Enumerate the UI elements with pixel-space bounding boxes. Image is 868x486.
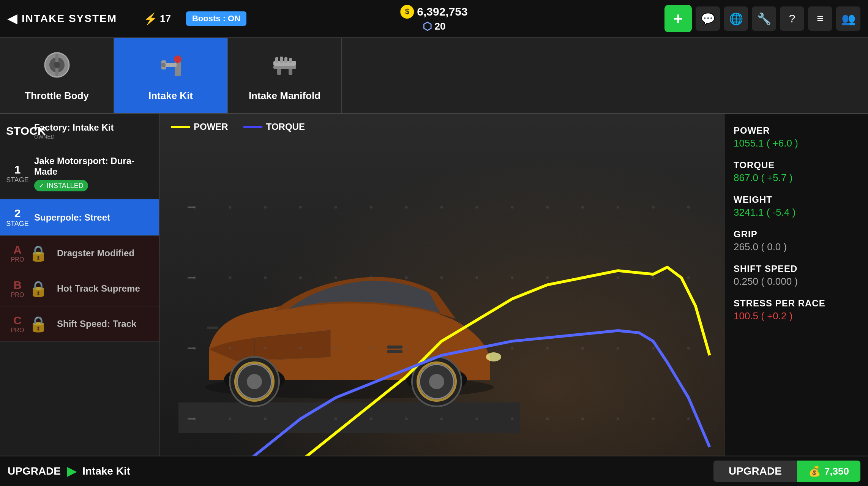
play-icon: ▶ — [67, 464, 76, 478]
svg-point-43 — [546, 206, 549, 208]
check-icon: ✓ — [39, 181, 44, 190]
power-legend-label: POWER — [194, 122, 228, 132]
pro-c-info: Shift Speed: Track — [57, 319, 153, 329]
header: ◀ INTAKE SYSTEM ⚡ 17 Boosts : ON $ 6,392… — [0, 0, 868, 38]
upgrade-stock[interactable]: STOCK Factory: Intake Kit OWNED — [0, 114, 159, 148]
stock-badge: STOCK — [6, 125, 29, 137]
svg-point-90 — [617, 417, 619, 420]
svg-point-67 — [335, 347, 337, 350]
add-button[interactable]: + — [664, 5, 692, 32]
back-button[interactable]: ◀ INTAKE SYSTEM — [8, 11, 117, 26]
upgrade-pro-b[interactable]: B PRO 🔒 Hot Track Supreme — [0, 271, 159, 306]
svg-point-46 — [652, 206, 655, 208]
svg-rect-15 — [277, 69, 281, 75]
svg-point-72 — [511, 347, 513, 350]
tab-intake-manifold[interactable]: Intake Manifold — [228, 38, 342, 113]
svg-point-91 — [652, 417, 655, 420]
shift-speed-value: 0.250 ( 0.000 ) — [734, 276, 859, 287]
stage2-num: 2 — [6, 207, 29, 220]
svg-rect-16 — [289, 69, 292, 75]
chart-legend: POWER TORQUE — [171, 122, 305, 132]
upgrade-pro-a[interactable]: A PRO 🔒 Dragster Modified — [0, 236, 159, 271]
svg-point-86 — [475, 417, 478, 420]
svg-point-38 — [370, 206, 372, 208]
power-legend: POWER — [171, 122, 228, 132]
stage1-info: Jake Motorsport: Dura-Made ✓ INSTALLED — [34, 156, 153, 191]
throttle-body-label: Throttle Body — [25, 90, 89, 102]
svg-point-89 — [581, 417, 584, 420]
svg-rect-12 — [284, 57, 287, 63]
upgrade-stage2[interactable]: 2 STAGE Superpole: Street — [0, 199, 159, 236]
help-button[interactable]: ? — [780, 6, 804, 31]
svg-point-45 — [617, 206, 619, 208]
tab-throttle-body[interactable]: Throttle Body — [0, 38, 114, 113]
menu-button[interactable]: ≡ — [808, 6, 832, 31]
back-arrow-icon: ◀ — [8, 11, 18, 26]
svg-rect-14 — [273, 66, 296, 69]
svg-point-73 — [546, 347, 549, 350]
svg-point-34 — [229, 206, 231, 208]
lock-b-icon: 🔒 — [29, 280, 48, 298]
chat-button[interactable]: 💬 — [696, 6, 720, 31]
svg-point-83 — [370, 417, 372, 420]
stats-panel: POWER 1055.1 ( +6.0 ) TORQUE 867.0 ( +5.… — [724, 114, 868, 456]
grip-label: GRIP — [734, 229, 859, 240]
grip-value: 265.0 ( 0.0 ) — [734, 241, 859, 253]
power-label: POWER — [734, 125, 859, 136]
svg-point-36 — [299, 206, 302, 208]
upgrade-pro-c[interactable]: C PRO 🔒 Shift Speed: Track — [0, 306, 159, 342]
boost-badge[interactable]: Boosts : ON — [186, 11, 246, 26]
currency-value: 6,392,753 — [417, 5, 467, 18]
tab-intake-kit[interactable]: Intake Kit — [114, 38, 228, 113]
social-button[interactable]: 👥 — [836, 6, 860, 31]
globe-button[interactable]: 🌐 — [724, 6, 748, 31]
main-content: STOCK Factory: Intake Kit OWNED 1 STAGE … — [0, 114, 868, 456]
pro-c-label: C — [6, 314, 29, 327]
svg-point-80 — [264, 417, 267, 420]
svg-point-77 — [687, 347, 690, 350]
svg-point-57 — [511, 276, 513, 279]
cost-button[interactable]: 💰 7,350 — [797, 461, 860, 482]
stage1-name: Jake Motorsport: Dura-Made — [34, 156, 153, 177]
svg-rect-11 — [280, 57, 283, 63]
svg-point-56 — [475, 276, 478, 279]
intake-manifold-icon — [270, 50, 300, 86]
svg-point-49 — [229, 276, 231, 279]
lightning-icon: ⚡ — [144, 12, 158, 25]
svg-point-51 — [299, 276, 302, 279]
svg-point-87 — [511, 417, 513, 420]
stage2-sub: STAGE — [6, 220, 29, 228]
pro-c-name: Shift Speed: Track — [57, 319, 153, 329]
svg-rect-10 — [275, 57, 278, 63]
upgrade-button[interactable]: UPGRADE — [713, 461, 797, 482]
pro-b-name: Hot Track Supreme — [57, 283, 153, 294]
parts-tabs: Throttle Body Intake Kit — [0, 38, 868, 114]
svg-point-42 — [511, 206, 513, 208]
stage2-info: Superpole: Street — [34, 212, 153, 223]
diamond-row: ⬡ 20 — [423, 20, 446, 33]
torque-value: 867.0 ( +5.7 ) — [734, 172, 859, 184]
svg-point-35 — [264, 206, 267, 208]
currency-row: $ 6,392,753 — [400, 5, 467, 19]
svg-point-65 — [264, 347, 267, 350]
pro-c-sub: PRO — [6, 327, 29, 334]
pro-a-badge: A PRO — [6, 243, 29, 263]
svg-point-39 — [405, 206, 407, 208]
stage2-name: Superpole: Street — [34, 212, 153, 223]
svg-point-52 — [335, 276, 337, 279]
intake-kit-label: Intake Kit — [148, 90, 193, 102]
diamond-value: 20 — [435, 21, 446, 32]
throttle-body-icon — [42, 50, 72, 86]
torque-legend: TORQUE — [243, 122, 305, 132]
stress-label: STRESS PER RACE — [734, 298, 859, 309]
svg-point-60 — [617, 276, 619, 279]
upgrade-stage1[interactable]: 1 STAGE Jake Motorsport: Dura-Made ✓ INS… — [0, 148, 159, 199]
header-center: $ 6,392,753 ⬡ 20 — [400, 5, 467, 33]
pro-a-info: Dragster Modified — [57, 248, 153, 259]
svg-point-8 — [161, 63, 166, 67]
stat-weight: WEIGHT 3241.1 ( -5.4 ) — [734, 194, 859, 218]
svg-point-76 — [652, 347, 655, 350]
torque-label: TORQUE — [734, 160, 859, 170]
wrench-button[interactable]: 🔧 — [752, 6, 776, 31]
lightning-badge: ⚡ 17 — [144, 12, 171, 25]
